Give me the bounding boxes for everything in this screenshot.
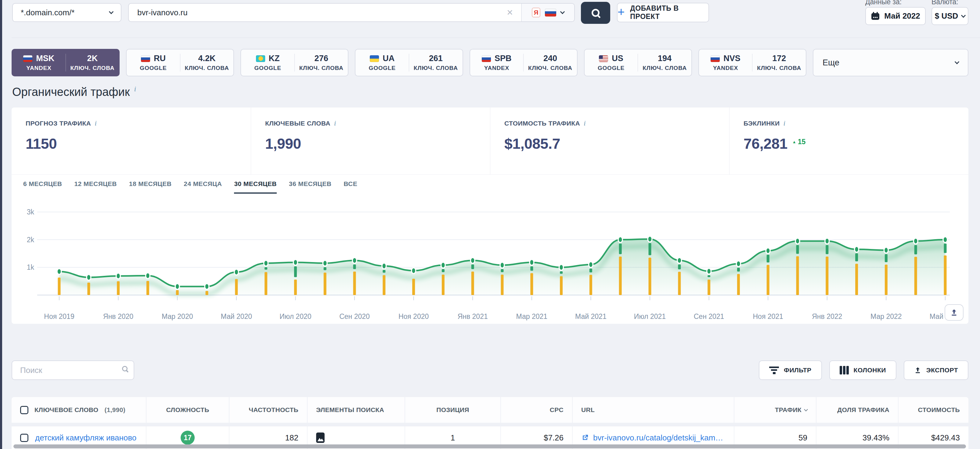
- keyword-count-label: КЛЮЧ. СЛОВА: [643, 65, 687, 72]
- keyword-count: 194: [658, 54, 671, 63]
- images-serp-icon: [316, 433, 325, 443]
- column-header-serp-elements[interactable]: ЭЛЕМЕНТЫ ПОИСКА: [307, 397, 404, 423]
- more-tab[interactable]: Еще: [813, 49, 969, 77]
- region-tab[interactable]: US GOOGLE 194 КЛЮЧ. СЛОВА: [584, 49, 692, 77]
- period-tab[interactable]: 36 МЕСЯЦЕВ: [289, 180, 331, 193]
- sidebar-edge: [0, 0, 2, 449]
- horizontal-scrollbar[interactable]: [13, 444, 966, 448]
- keyword-count: 261: [429, 54, 443, 63]
- keyword-count-label: КЛЮЧ. СЛОВА: [528, 65, 573, 72]
- svg-text:Мар 2021: Мар 2021: [516, 312, 548, 320]
- flag-icon: [256, 55, 265, 62]
- svg-text:Янв 2021: Янв 2021: [458, 312, 488, 320]
- filter-button[interactable]: ФИЛЬТР: [759, 360, 822, 380]
- column-header-traffic[interactable]: ТРАФИК: [734, 397, 816, 423]
- keyword-count: 2K: [87, 54, 98, 63]
- svg-text:Сен 2021: Сен 2021: [694, 312, 724, 320]
- column-header-cost[interactable]: СТОИМОСТЬ: [898, 397, 969, 423]
- russia-flag-icon: [545, 8, 556, 16]
- period-tab[interactable]: 18 МЕСЯЦЕВ: [129, 180, 172, 193]
- flag-icon: [141, 55, 150, 62]
- table-search-input[interactable]: [11, 360, 134, 380]
- page-title: Органический трафик i: [12, 86, 136, 99]
- period-tab[interactable]: 6 МЕСЯЦЕВ: [23, 180, 62, 193]
- table-search: [11, 360, 134, 380]
- select-all-checkbox[interactable]: [20, 406, 29, 414]
- data-period-button[interactable]: Май 2022: [865, 7, 926, 25]
- column-header-cpc[interactable]: CPC: [500, 397, 572, 423]
- region-tab[interactable]: SPB YANDEX 240 КЛЮЧ. СЛОВА: [469, 49, 578, 77]
- difficulty-badge: 17: [181, 431, 195, 445]
- engine-label: GOOGLE: [140, 65, 167, 72]
- info-icon: i: [783, 119, 785, 127]
- column-label: КЛЮЧЕВОЕ СЛОВО: [35, 406, 98, 414]
- stat-delta: ▲ 15: [792, 138, 805, 146]
- currency-select[interactable]: $ USD: [931, 7, 969, 25]
- chart-export-button[interactable]: [945, 304, 964, 321]
- svg-text:Май 2020: Май 2020: [221, 312, 252, 320]
- domain-search-input[interactable]: [129, 4, 498, 21]
- column-header-url[interactable]: URL: [572, 397, 734, 423]
- chevron-down-icon: [560, 10, 565, 14]
- chevron-down-icon: [109, 10, 114, 14]
- export-label: ЭКСПОРТ: [926, 366, 958, 374]
- column-header-difficulty[interactable]: СЛОЖНОСТЬ: [146, 397, 229, 423]
- stat-label: БЭКЛИНКИ: [743, 120, 780, 127]
- period-tab[interactable]: 12 МЕСЯЦЕВ: [74, 180, 116, 193]
- stat-value: 1150: [25, 135, 57, 152]
- svg-text:Янв 2020: Янв 2020: [103, 312, 133, 320]
- region-tab[interactable]: RU GOOGLE 4.2K КЛЮЧ. СЛОВА: [126, 49, 234, 77]
- keyword-count: 172: [772, 54, 786, 63]
- upload-icon: [950, 308, 958, 316]
- domain-filter-select[interactable]: *.domain.com/*: [12, 3, 121, 22]
- external-link-icon[interactable]: [581, 434, 589, 442]
- period-tab[interactable]: ВСЕ: [344, 180, 357, 193]
- engine-label: GOOGLE: [598, 65, 625, 72]
- columns-button[interactable]: КОЛОНКИ: [829, 360, 896, 380]
- add-to-project-button[interactable]: + ДОБАВИТЬ В ПРОЕКТ: [617, 3, 709, 22]
- engine-region-select[interactable]: Я: [521, 4, 574, 21]
- stat-value: $1,085.7: [504, 135, 560, 152]
- keyword-link[interactable]: детский камуфляж иваново: [35, 433, 136, 443]
- svg-text:Ноя 2019: Ноя 2019: [44, 312, 74, 320]
- region-code: KZ: [269, 54, 280, 63]
- column-header-keyword[interactable]: КЛЮЧЕВОЕ СЛОВО (1,990): [11, 397, 146, 423]
- plus-icon: +: [617, 6, 625, 18]
- stat-delta-value: 15: [798, 138, 806, 146]
- region-code: MSK: [36, 54, 54, 63]
- up-triangle-icon: ▲: [792, 140, 796, 144]
- period-tab[interactable]: 24 МЕСЯЦА: [184, 180, 222, 193]
- svg-text:Ноя 2021: Ноя 2021: [753, 312, 783, 320]
- column-header-position[interactable]: ПОЗИЦИЯ: [404, 397, 500, 423]
- export-button[interactable]: ЭКСПОРТ: [904, 360, 969, 380]
- keyword-count: 276: [315, 54, 328, 63]
- table-header: КЛЮЧЕВОЕ СЛОВО (1,990) СЛОЖНОСТЬ ЧАСТОТН…: [11, 397, 969, 423]
- engine-label: YANDEX: [26, 65, 51, 72]
- stat-card: КЛЮЧЕВЫЕ СЛОВА i 1,990: [251, 107, 490, 174]
- region-tab[interactable]: UA GOOGLE 261 КЛЮЧ. СЛОВА: [355, 49, 463, 77]
- region-tab[interactable]: KZ GOOGLE 276 КЛЮЧ. СЛОВА: [240, 49, 348, 77]
- stat-label: КЛЮЧЕВЫЕ СЛОВА: [265, 120, 331, 127]
- column-header-traffic-share[interactable]: ДОЛЯ ТРАФИКА: [816, 397, 898, 423]
- engine-label: YANDEX: [713, 65, 738, 72]
- row-checkbox[interactable]: [20, 434, 29, 442]
- column-header-frequency[interactable]: ЧАСТОТНОСТЬ: [229, 397, 307, 423]
- stat-label: ПРОГНОЗ ТРАФИКА: [25, 120, 91, 127]
- svg-text:Мар 2020: Мар 2020: [162, 312, 193, 320]
- yandex-icon: Я: [532, 8, 540, 18]
- result-url-link[interactable]: bvr-ivanovo.ru/catalog/detskij_kamufl...: [593, 433, 725, 443]
- region-code: UA: [383, 54, 395, 63]
- search-button[interactable]: [581, 2, 610, 24]
- clear-icon[interactable]: ✕: [506, 4, 513, 21]
- period-tab[interactable]: 30 МЕСЯЦЕВ: [234, 180, 277, 193]
- region-code: RU: [154, 54, 165, 63]
- region-tab[interactable]: MSK YANDEX 2K КЛЮЧ. СЛОВА: [11, 49, 119, 77]
- info-icon: i: [334, 119, 336, 127]
- region-tab[interactable]: NVS YANDEX 172 КЛЮЧ. СЛОВА: [698, 49, 807, 77]
- svg-text:Янв 2022: Янв 2022: [812, 312, 842, 320]
- flag-icon: [711, 55, 720, 62]
- columns-icon: [840, 366, 849, 374]
- region-tabs: MSK YANDEX 2K КЛЮЧ. СЛОВА RU GOOGLE 4.2K…: [11, 49, 969, 77]
- keyword-count-label: КЛЮЧ. СЛОВА: [185, 65, 229, 72]
- data-for-label: Данные за:: [865, 0, 902, 6]
